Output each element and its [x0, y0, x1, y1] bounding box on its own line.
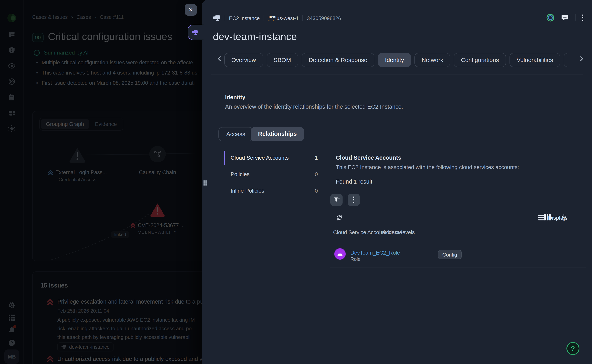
content-heading: Cloud Service Accounts [336, 155, 401, 161]
section-heading: Identity [225, 94, 245, 100]
tab-vulnerabilities[interactable]: Vulnerabilities [510, 53, 560, 67]
help-button[interactable]: ? [566, 342, 579, 355]
divider [264, 15, 264, 21]
divider [328, 151, 328, 358]
divider [225, 15, 225, 21]
chat-icon[interactable] [561, 14, 568, 21]
tabs-scroll-left-icon[interactable] [218, 56, 222, 61]
monitor-icon [192, 30, 198, 35]
columns-icon[interactable] [544, 214, 551, 221]
rel-item-cloud-service-accounts[interactable]: Cloud Service Accounts 1 [231, 151, 318, 165]
refresh-icon[interactable] [336, 214, 343, 221]
account-type: Role [350, 257, 360, 262]
asset-title: dev-team-instance [213, 31, 297, 43]
divider [330, 267, 586, 268]
asset-type-label: EC2 Instance [229, 15, 260, 21]
toggle-access[interactable]: Access [218, 127, 253, 141]
divider [345, 195, 345, 205]
column-header-access-levels[interactable]: Access levels [383, 229, 415, 235]
toggle-relationships[interactable]: Relationships [251, 127, 304, 141]
account-name-link[interactable]: DevTeam_EC2_Role [350, 250, 400, 256]
filter-options-button[interactable] [348, 194, 360, 206]
more-options-icon[interactable] [582, 14, 583, 21]
close-drawer-button[interactable]: ✕ [185, 4, 197, 16]
filter-plus-icon [333, 197, 340, 203]
app-root: ? MB Cases & Issues › Cases › Case #111 … [0, 0, 592, 364]
divider [211, 75, 583, 75]
tab-configurations[interactable]: Configurations [454, 53, 506, 67]
tab-detection-response[interactable]: Detection & Response [302, 53, 374, 67]
region-label: us-west-1 [276, 15, 299, 21]
tab-sbom[interactable]: SBOM [267, 53, 298, 67]
display-lines-icon [538, 215, 545, 220]
content-description: This EC2 Instance is associated with the… [336, 164, 519, 170]
section-description: An overview of the identity relationship… [225, 104, 403, 110]
access-level-badge[interactable]: Config [438, 250, 461, 259]
asset-drawer: EC2 Instance aws us-west-1 343059098826 [202, 0, 592, 364]
tab-overview[interactable]: Overview [224, 53, 263, 67]
result-count: Found 1 result [336, 178, 372, 185]
divider [575, 14, 575, 21]
tabs-scroll-right-icon[interactable] [578, 56, 583, 61]
asset-drawer-tab[interactable] [188, 25, 203, 40]
download-icon[interactable] [561, 214, 567, 221]
ai-scan-icon[interactable] [546, 13, 554, 22]
account-id: 343059098826 [307, 15, 341, 21]
more-options-icon [353, 197, 355, 203]
divider [303, 15, 303, 21]
asset-tabs: Overview SBOM Detection & Response Ident… [224, 53, 568, 68]
tab-agents[interactable]: Agents [564, 53, 568, 67]
hard-hat-icon [337, 251, 343, 257]
drawer-header: EC2 Instance aws us-west-1 343059098826 [213, 14, 341, 22]
tab-network[interactable]: Network [415, 53, 450, 67]
monitor-icon [213, 15, 221, 21]
tab-identity[interactable]: Identity [378, 53, 411, 67]
aws-logo: aws [268, 15, 276, 21]
rel-item-inline-policies[interactable]: Inline Policies 0 [231, 184, 318, 198]
role-avatar [334, 248, 346, 260]
drawer-resize-handle[interactable] [203, 180, 207, 186]
rel-item-policies[interactable]: Policies 0 [231, 167, 318, 181]
add-filter-button[interactable] [330, 194, 343, 206]
divider [379, 230, 380, 235]
active-item-indicator [224, 151, 225, 165]
